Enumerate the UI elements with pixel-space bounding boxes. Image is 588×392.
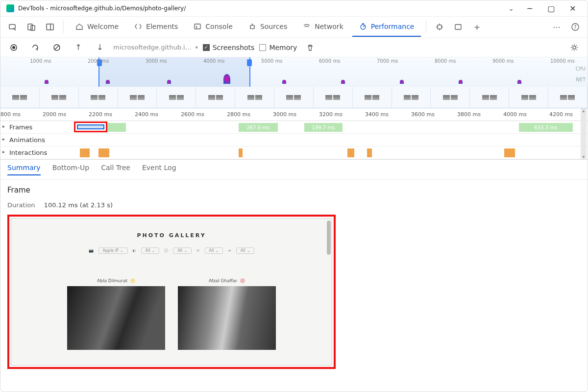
preview-filters: 📷Apple iP⌄ ◐All⌄ ⓘAll⌄ <All⌄ ≡All⌄ bbox=[11, 247, 332, 254]
svg-rect-8 bbox=[438, 25, 441, 29]
ruler-tick: 4200 ms bbox=[549, 111, 573, 118]
performance-toolbar: ↑ ↓ microsoftedge.github.i… ▾ ✓Screensho… bbox=[0, 38, 588, 57]
tab-welcome[interactable]: Welcome bbox=[69, 17, 125, 37]
filmstrip-thumb[interactable] bbox=[79, 87, 118, 108]
tab-network[interactable]: Network bbox=[296, 17, 350, 37]
reload-record-button[interactable] bbox=[27, 39, 44, 56]
chevron-down-icon[interactable]: ⌄ bbox=[505, 2, 517, 14]
upload-icon[interactable]: ↑ bbox=[70, 39, 87, 56]
tab-sources[interactable]: Sources bbox=[242, 17, 294, 37]
console-icon bbox=[194, 23, 201, 30]
brackets-icon bbox=[134, 23, 142, 30]
filmstrip-thumb[interactable] bbox=[548, 87, 588, 108]
ruler-tick: 2000 ms bbox=[43, 111, 66, 118]
help-icon[interactable]: ? bbox=[567, 19, 584, 35]
ruler-tick: 3200 ms bbox=[319, 111, 343, 118]
preview-card-1: Abla Dilmurat bbox=[67, 278, 165, 350]
preview-page-title: PHOTO GALLERY bbox=[11, 219, 332, 239]
ruler-tick: 4000 ms bbox=[503, 111, 527, 118]
filmstrip-thumb[interactable] bbox=[470, 87, 509, 108]
details-tab-bar: Summary Bottom-Up Call Tree Event Log bbox=[0, 159, 588, 180]
range-handle-right[interactable] bbox=[247, 59, 252, 66]
tab-label: Network bbox=[315, 23, 343, 30]
filmstrip-thumb[interactable] bbox=[196, 87, 235, 108]
minimize-button[interactable]: ─ bbox=[521, 1, 539, 15]
duration-label: Duration bbox=[7, 201, 35, 209]
download-icon[interactable]: ↓ bbox=[92, 39, 108, 56]
tab-bottom-up[interactable]: Bottom-Up bbox=[52, 164, 90, 175]
tab-label: Performance bbox=[371, 23, 415, 30]
row-animations[interactable]: Animations bbox=[0, 134, 588, 147]
svg-rect-0 bbox=[9, 24, 15, 29]
ruler-tick: 2600 ms bbox=[181, 111, 204, 118]
filmstrip-thumb[interactable] bbox=[509, 87, 548, 108]
recording-selector[interactable]: microsoftedge.github.i… ▾ bbox=[113, 44, 198, 51]
ruler-tick: 3400 ms bbox=[365, 111, 389, 118]
ruler-tick: 2400 ms bbox=[135, 111, 158, 118]
inspect-element-icon[interactable] bbox=[4, 19, 21, 35]
row-interactions[interactable]: Interactions bbox=[0, 147, 588, 159]
add-tab-icon[interactable]: + bbox=[468, 19, 485, 35]
tab-event-log[interactable]: Event Log bbox=[142, 164, 176, 175]
overview-timeline[interactable]: CPU NET 1000 ms2000 ms3000 ms4000 ms5000… bbox=[0, 57, 588, 87]
flame-chart-area[interactable]: 800 ms2000 ms2200 ms2400 ms2600 ms2800 m… bbox=[0, 108, 588, 159]
tab-label: Sources bbox=[260, 23, 287, 30]
more-icon[interactable]: ⋯ bbox=[548, 19, 565, 35]
clear-button[interactable] bbox=[49, 39, 65, 56]
filmstrip-thumb[interactable] bbox=[431, 87, 470, 108]
memory-checkbox[interactable]: Memory bbox=[259, 44, 297, 51]
ruler-tick: 800 ms bbox=[0, 111, 21, 118]
bug-icon bbox=[248, 23, 256, 30]
filmstrip-thumb[interactable] bbox=[118, 87, 157, 108]
svg-rect-1 bbox=[28, 24, 32, 30]
filmstrip-thumb[interactable] bbox=[235, 87, 274, 108]
tab-summary[interactable]: Summary bbox=[7, 164, 41, 175]
maximize-button[interactable]: ▢ bbox=[542, 1, 560, 15]
tab-performance[interactable]: Performance bbox=[352, 17, 421, 37]
tab-console[interactable]: Console bbox=[187, 17, 240, 37]
svg-rect-9 bbox=[455, 24, 461, 29]
preview-scrollbar bbox=[327, 220, 331, 255]
dock-side-icon[interactable] bbox=[42, 19, 58, 35]
overview-tick: 6000 ms bbox=[319, 58, 341, 64]
svg-rect-5 bbox=[195, 24, 200, 29]
selected-frame-highlight bbox=[74, 122, 107, 132]
timeline-ruler: 800 ms2000 ms2200 ms2400 ms2600 ms2800 m… bbox=[0, 108, 588, 121]
net-label: NET bbox=[576, 77, 586, 82]
devtools-icon bbox=[6, 4, 14, 12]
summary-details: Frame Duration 100.12 ms (at 2.13 s) PHO… bbox=[0, 180, 588, 375]
filmstrip-thumb[interactable] bbox=[274, 87, 314, 108]
filmstrip-thumb[interactable] bbox=[392, 87, 431, 108]
vertical-scrollbar[interactable]: ▴▾ bbox=[581, 108, 587, 159]
filmstrip-thumb[interactable] bbox=[353, 87, 392, 108]
panel-tab-bar: Welcome Elements Console Sources Network… bbox=[0, 16, 588, 38]
trash-icon[interactable] bbox=[302, 39, 318, 56]
svg-line-15 bbox=[55, 46, 59, 49]
ruler-tick: 3000 ms bbox=[273, 111, 296, 118]
detail-heading: Frame bbox=[7, 186, 581, 195]
overview-tick: 2000 ms bbox=[88, 58, 109, 64]
filmstrip-thumb[interactable] bbox=[314, 87, 353, 108]
screenshots-checkbox[interactable]: ✓Screenshots bbox=[203, 44, 255, 51]
chip-icon[interactable] bbox=[431, 19, 448, 35]
filmstrip-thumb[interactable] bbox=[40, 87, 79, 108]
home-icon bbox=[75, 23, 83, 30]
overview-tick: 10000 ms bbox=[550, 58, 575, 64]
screenshot-filmstrip[interactable]: document.write(Array(15).fill('<div clas… bbox=[0, 87, 588, 108]
device-toolbar-icon[interactable] bbox=[23, 19, 40, 35]
row-frames[interactable]: Frames 267.0 ms 199.7 ms 633.3 ms bbox=[0, 121, 588, 134]
overview-tick: 9000 ms bbox=[492, 58, 514, 64]
ruler-tick: 3600 ms bbox=[411, 111, 435, 118]
filmstrip-thumb[interactable] bbox=[157, 87, 196, 108]
close-button[interactable]: ✕ bbox=[564, 1, 582, 15]
tab-elements[interactable]: Elements bbox=[127, 17, 185, 37]
settings-icon[interactable] bbox=[566, 39, 583, 56]
ruler-tick: 2200 ms bbox=[89, 111, 112, 118]
panel-icon[interactable] bbox=[450, 19, 466, 35]
window-title: DevTools - microsoftedge.github.io/Demos… bbox=[18, 5, 186, 12]
overview-tick: 5000 ms bbox=[261, 58, 283, 64]
filmstrip-thumb[interactable] bbox=[0, 87, 40, 108]
record-button[interactable] bbox=[5, 39, 22, 56]
tab-call-tree[interactable]: Call Tree bbox=[101, 164, 130, 175]
svg-rect-3 bbox=[47, 24, 53, 30]
